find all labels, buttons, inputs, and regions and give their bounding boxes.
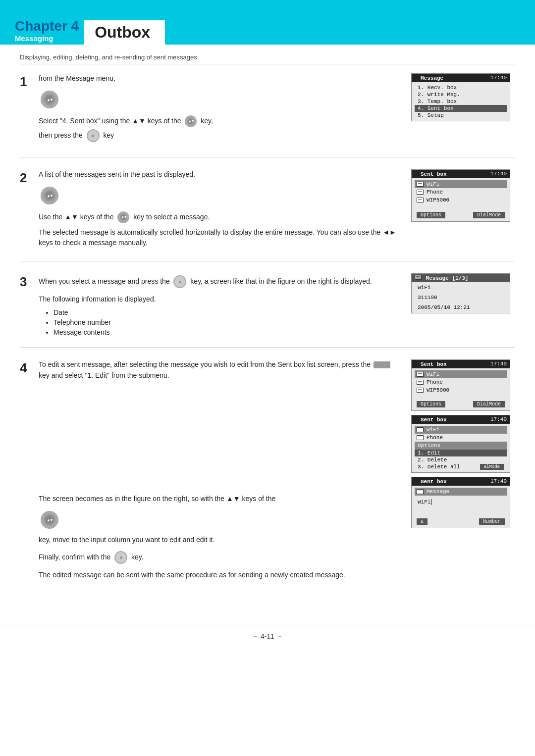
step-4-text-5: The edited message can be sent with the …: [39, 570, 402, 580]
step-2-content: A list of the messages sent in the past …: [39, 169, 411, 252]
ok-button-icon: ⊙: [87, 129, 100, 142]
nav-ring-small-icon: [185, 115, 197, 127]
screen-4c-body: Message WiFi a Number: [412, 486, 510, 528]
menu-item-recv: 1. Recv. box: [415, 84, 507, 91]
step-4-text-2: The screen becomes as in the figure on t…: [39, 494, 402, 504]
submenu-options: Options: [415, 442, 507, 450]
menu-item-write: 2. Write Msg.: [415, 91, 507, 98]
screen-4a-wip: WIP5000: [415, 386, 507, 394]
msg-icon-4a-wip: [417, 388, 424, 393]
screen-4c-time: 17:40: [490, 478, 507, 485]
step-2-row: 2 A list of the messages sent in the pas…: [20, 169, 515, 261]
screen-4a-body: WiFi Phone WIP5000 Options DialMode: [412, 368, 510, 410]
step-1-row: 1 from the Message menu, Select "4. Sent…: [20, 73, 515, 157]
screen-4c-message-row: Message: [415, 488, 507, 496]
screen-3-wifi: WiFi: [415, 284, 507, 291]
screen-2-row-wifi: WiFi: [415, 180, 507, 188]
screen-3-header: Message [1/3]: [412, 274, 510, 282]
screen-4a-header: Sent box 17:40: [412, 360, 510, 368]
bullet-msg: Message contents: [54, 328, 402, 336]
screen-4c-footer: a Number: [415, 517, 507, 526]
screen-4b-phone: Phone: [415, 434, 507, 442]
bullet-phone: Telephone number: [54, 318, 402, 326]
nav-ring-small-2-icon: [117, 211, 129, 223]
submenu-delete-all: 3. Delete allalMode: [415, 463, 507, 470]
screen-4a-title: Sent box: [415, 361, 447, 367]
step-4-text-4: Finally, confirm with the ⊙ key.: [39, 549, 402, 566]
step-2-screen-col: Sent box 17:40 WiFi Phone WIP5000: [411, 169, 515, 222]
screen-2-body: WiFi Phone WIP5000 Options DialMode: [412, 178, 510, 221]
page-footer: － 4-11 －: [0, 625, 535, 646]
step-2-screen: Sent box 17:40 WiFi Phone WIP5000: [411, 169, 510, 222]
step-3-text-2: The following information is displayed.: [39, 294, 402, 304]
nav-ring-2-icon: [41, 187, 58, 204]
nav-ring-icon: [41, 91, 58, 108]
screen-2-row-wip: WIP5000: [415, 196, 507, 204]
screen-4c-title: Sent box: [415, 478, 447, 485]
step-3-row: 3 When you select a message and press th…: [20, 273, 515, 348]
step-4-screen-a: Sent box 17:40 WiFi Phone WIP5000: [411, 359, 510, 411]
step-4-screen-b: Sent box 17:40 WiFi Phone Options 1. Edi…: [411, 415, 510, 473]
step-2-nav-image: [39, 184, 402, 207]
menu-item-sent: 4. Sent box: [415, 105, 507, 112]
msg-icon-4a-phone: [417, 380, 424, 385]
screen-3-body: WiFi 311190 2005/05/10 12:21: [412, 282, 510, 313]
submenu-delete: 2. Delete: [415, 456, 507, 463]
step-2-text-1: A list of the messages sent in the past …: [39, 169, 402, 180]
step-1-content: from the Message menu, Select "4. Sent b…: [39, 73, 411, 148]
chapter-sub: Messaging: [15, 34, 79, 43]
menu-item-temp: 3. Temp. box: [415, 98, 507, 105]
black-sq-4a-icon: [415, 361, 420, 366]
step-4-row: 4 To edit a sent message, after selectin…: [20, 359, 515, 593]
black-sq-4b-icon: [415, 416, 420, 421]
submenu-edit: 1. Edit: [415, 450, 507, 456]
screen-4c-header: Sent box 17:40: [412, 477, 510, 486]
number-btn: Number: [479, 518, 505, 525]
black-square-icon: [415, 75, 420, 80]
msg-icon-4a-wifi: [417, 372, 424, 377]
chapter-block: Chapter 4 Messaging: [15, 19, 79, 45]
screen-3-title: Message [1/3]: [415, 275, 468, 281]
step-4-nav-image: [39, 508, 402, 532]
screen-3-number: 311190: [415, 294, 507, 301]
step-4-screen-c: Sent box 17:40 Message WiFi a Number: [411, 477, 510, 528]
screen-2-footer: Options DialMode: [415, 211, 507, 219]
page-title: Outbox: [95, 23, 150, 42]
menu-btn-icon: [374, 361, 390, 368]
msg-icon-4b-wifi: [417, 427, 424, 432]
bullet-date: Date: [54, 308, 402, 316]
step-1-text-2: Select "4. Sent box" using the ▲▼ keys o…: [39, 115, 402, 144]
main-content: Displaying, editing, deleting, and re-se…: [0, 45, 535, 620]
nav-ring-4-icon: [41, 511, 58, 529]
screen-4a-phone: Phone: [415, 378, 507, 386]
screen-4a-wifi: WiFi: [415, 370, 507, 378]
step-3-bullet-list: Date Telephone number Message contents: [54, 308, 402, 336]
step-3-number: 3: [20, 273, 39, 290]
black-sq-4c-icon: [415, 478, 420, 483]
step-4-number: 4: [20, 359, 39, 376]
screen-2-title: Sent box: [415, 171, 447, 177]
dialmode-4a-btn: DialMode: [473, 401, 505, 407]
msg-icon-phone: [417, 190, 424, 195]
step-3-text-1: When you select a message and press the …: [39, 273, 402, 290]
step-3-content: When you select a message and press the …: [39, 273, 411, 338]
step-3-screen: Message [1/3] WiFi 311190 2005/05/10 12:…: [411, 273, 510, 313]
chapter-title: Chapter 4: [15, 19, 79, 34]
screen-2-time: 17:40: [490, 171, 507, 177]
black-sq-2-icon: [415, 171, 420, 176]
step-4-content: To edit a sent message, after selecting …: [39, 359, 411, 584]
msg-icon-wifi: [417, 182, 424, 187]
step-2-text-3: The selected message is automatically sc…: [39, 227, 402, 248]
screen-4a-time: 17:40: [490, 361, 507, 367]
step-3-screen-col: Message [1/3] WiFi 311190 2005/05/10 12:…: [411, 273, 515, 313]
a-btn: a: [417, 518, 428, 525]
msg-icon-4b-phone: [417, 435, 424, 440]
dialmode-btn: DialMode: [473, 212, 505, 218]
screen-2-header: Sent box 17:40: [412, 170, 510, 178]
step-1-screen: Message 17:40 1. Recv. box 2. Write Msg.…: [411, 73, 510, 121]
step-4-screen-col: Sent box 17:40 WiFi Phone WIP5000: [411, 359, 515, 528]
screen-4b-time: 17:40: [490, 416, 507, 423]
screen-4b-header: Sent box 17:40: [412, 415, 510, 424]
step-2-text-2: Use the ▲▼ keys of the key to select a m…: [39, 211, 402, 223]
screen-4c-wifi: WiFi: [415, 499, 507, 505]
